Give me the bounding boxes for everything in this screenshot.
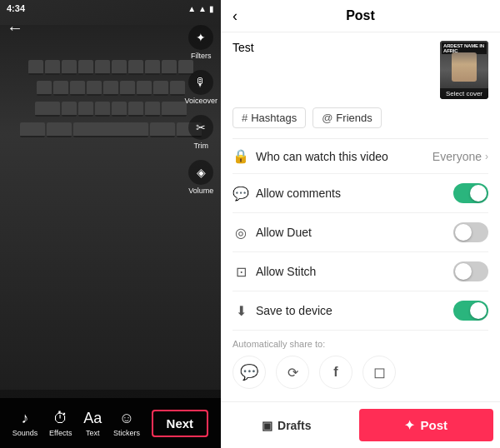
key	[78, 102, 93, 117]
allow-comments-left: 💬 Allow comments	[232, 186, 341, 202]
key	[128, 60, 143, 75]
text-label: Text	[86, 429, 100, 437]
key	[120, 81, 135, 96]
drafts-button[interactable]: ▣ Drafts	[221, 402, 352, 448]
key	[145, 102, 160, 117]
key	[170, 81, 185, 96]
left-panel: 4:34 ▲ ▲ ▮ ← ✦ Filters 🎙 Voiceover ✂ Tri…	[0, 0, 221, 448]
filters-button[interactable]: ✦ Filters	[188, 25, 213, 60]
post-button[interactable]: ✦ Post	[359, 409, 494, 441]
duet-icon: ◎	[232, 225, 249, 241]
key	[145, 60, 160, 75]
trim-button[interactable]: ✂ Trim	[188, 115, 213, 150]
who-can-watch-row[interactable]: 🔒 Who can watch this video Everyone ›	[232, 139, 488, 174]
trim-icon: ✂	[188, 115, 213, 140]
drafts-icon: ▣	[262, 419, 272, 432]
hashtags-button[interactable]: # Hashtags	[232, 107, 306, 128]
cover-thumbnail[interactable]: ARDEST NAME IN AFRIC Select cover	[440, 41, 488, 99]
back-arrow[interactable]: ‹	[232, 7, 238, 25]
allow-duet-toggle[interactable]	[453, 222, 488, 242]
bottom-bar: ▣ Drafts ✦ Post	[221, 401, 500, 448]
bottom-toolbar: ♪ Sounds ⏱ Effects Aa Text ☺ Stickers Ne…	[0, 398, 221, 448]
volume-label: Volume	[188, 187, 213, 195]
who-can-watch-left: 🔒 Who can watch this video	[232, 148, 388, 164]
stitch-icon: ⊡	[232, 264, 249, 280]
caption-text[interactable]: Test	[232, 41, 440, 54]
who-can-watch-label: Who can watch this video	[256, 150, 388, 163]
allow-duet-left: ◎ Allow Duet	[232, 225, 312, 241]
key	[112, 60, 127, 75]
right-panel: ‹ Post Test ARDEST NAME IN AFRIC Select …	[221, 0, 500, 448]
friends-label: Friends	[336, 112, 372, 124]
allow-comments-row: 💬 Allow comments	[232, 174, 488, 213]
post-title: Post	[346, 8, 375, 23]
filters-icon: ✦	[188, 25, 213, 50]
back-arrow-left[interactable]: ←	[7, 18, 23, 37]
save-to-device-toggle[interactable]	[453, 301, 488, 321]
stickers-button[interactable]: ☺ Stickers	[113, 410, 140, 437]
key	[103, 81, 118, 96]
toggle-knob	[455, 224, 472, 241]
key	[70, 81, 85, 96]
toggle-knob	[470, 185, 487, 202]
volume-button[interactable]: ◈ Volume	[188, 160, 213, 195]
sounds-icon: ♪	[22, 410, 29, 427]
friends-button[interactable]: @ Friends	[312, 107, 382, 128]
wifi-icon: ▲	[198, 4, 207, 13]
key	[47, 122, 72, 137]
toggle-knob	[470, 302, 487, 319]
post-content: Test ARDEST NAME IN AFRIC Select cover #…	[221, 32, 500, 401]
key	[35, 102, 60, 117]
voiceover-button[interactable]: 🎙 Voiceover	[184, 70, 218, 105]
allow-comments-label: Allow comments	[256, 187, 341, 200]
allow-duet-label: Allow Duet	[256, 226, 312, 239]
share-label: Automatically share to:	[232, 339, 488, 349]
lock-icon: 🔒	[232, 148, 249, 164]
save-to-device-row: ⬇ Save to device	[232, 291, 488, 331]
key	[95, 102, 110, 117]
key	[62, 102, 77, 117]
effects-button[interactable]: ⏱ Effects	[49, 410, 72, 437]
messenger-share-button[interactable]: ⟳	[276, 356, 309, 389]
key	[162, 102, 187, 117]
key	[128, 102, 143, 117]
effects-label: Effects	[49, 429, 72, 437]
download-icon: ⬇	[232, 303, 249, 319]
hashtag-icon: #	[242, 112, 248, 124]
select-cover-label: Select cover	[440, 88, 488, 99]
status-bar: 4:34 ▲ ▲ ▮	[0, 0, 221, 17]
post-sparkle-icon: ✦	[404, 418, 415, 433]
allow-comments-toggle[interactable]	[453, 183, 488, 203]
allow-stitch-row: ⊡ Allow Stitch	[232, 252, 488, 291]
allow-duet-row: ◎ Allow Duet	[232, 213, 488, 252]
allow-stitch-toggle[interactable]	[453, 261, 488, 281]
whatsapp-icon: 💬	[240, 363, 258, 381]
key	[28, 60, 43, 75]
key	[45, 60, 60, 75]
filters-label: Filters	[191, 52, 212, 60]
facebook-share-button[interactable]: f	[319, 356, 352, 389]
key	[112, 102, 127, 117]
whatsapp-share-button[interactable]: 💬	[232, 356, 266, 389]
allow-stitch-label: Allow Stitch	[256, 265, 316, 278]
right-sidebar: ✦ Filters 🎙 Voiceover ✂ Trim ◈ Volume	[184, 25, 218, 195]
tag-row: # Hashtags @ Friends	[232, 107, 488, 128]
key	[53, 81, 68, 96]
settings-section: 🔒 Who can watch this video Everyone › 💬 …	[232, 138, 488, 331]
stickers-label: Stickers	[113, 429, 140, 437]
who-can-watch-value: Everyone	[432, 150, 482, 163]
comment-icon: 💬	[232, 186, 249, 202]
voiceover-icon: 🎙	[188, 70, 213, 95]
hashtags-label: Hashtags	[251, 112, 297, 124]
key	[87, 81, 102, 96]
instagram-share-button[interactable]: ◻	[362, 356, 396, 389]
sounds-button[interactable]: ♪ Sounds	[12, 410, 38, 437]
key	[153, 81, 168, 96]
next-button[interactable]: Next	[152, 410, 209, 437]
text-button[interactable]: Aa Text	[83, 410, 102, 437]
spacebar-key	[73, 122, 148, 137]
stickers-icon: ☺	[119, 410, 134, 427]
key	[78, 60, 93, 75]
effects-icon: ⏱	[53, 410, 68, 427]
caption-row: Test ARDEST NAME IN AFRIC Select cover	[232, 41, 488, 99]
